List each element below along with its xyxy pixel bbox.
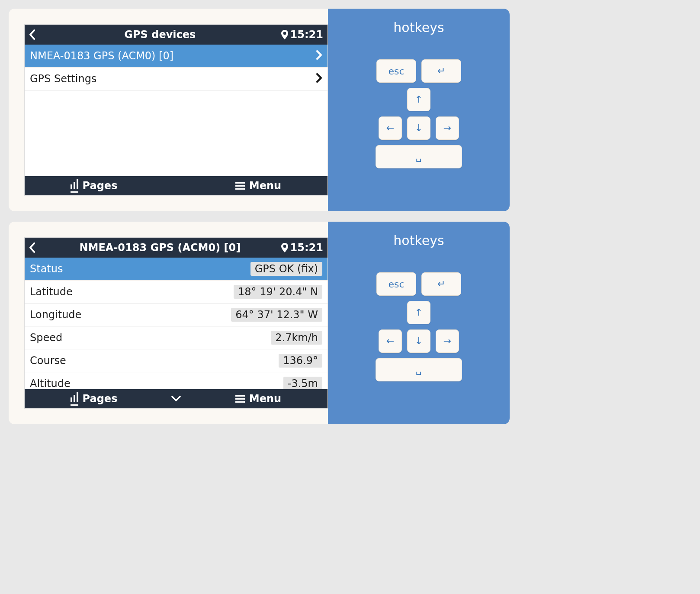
list-item[interactable]: NMEA-0183 GPS (ACM0) [0] — [25, 45, 328, 68]
arrow-up-icon: ↑ — [415, 308, 423, 317]
list-item-value: GPS OK (fix) — [250, 262, 322, 276]
list-item-label: Longitude — [30, 309, 81, 321]
pages-button[interactable]: Pages — [25, 392, 163, 406]
hotkeys-title: hotkeys — [393, 233, 444, 248]
enter-key[interactable]: ↵ — [421, 59, 461, 83]
list-item-label: Latitude — [30, 286, 73, 298]
page-title: NMEA-0183 GPS (ACM0) [0] — [39, 242, 281, 254]
scroll-down-indicator[interactable] — [163, 396, 189, 402]
arrow-left-icon: ← — [386, 123, 394, 133]
pages-button[interactable]: Pages — [25, 179, 163, 193]
esc-key[interactable]: esc — [376, 272, 416, 296]
clock-text: 15:21 — [290, 242, 323, 254]
left-key[interactable]: ← — [379, 116, 402, 140]
gps-pin-icon — [281, 29, 289, 40]
panel-gps-devices: GPS devices 15:21 NMEA-0183 GPS (ACM0) [… — [9, 9, 510, 211]
list-item-label: Course — [30, 355, 66, 367]
chevron-left-icon — [29, 242, 36, 253]
hotkeys-panel: hotkeys esc ↵ ↑ ← ↓ → ␣ — [328, 222, 510, 424]
clock-text: 15:21 — [290, 29, 323, 41]
list-item[interactable]: Status GPS OK (fix) — [25, 258, 328, 281]
list-item-value: 136.9° — [279, 354, 322, 368]
list-item-value: -3.5m — [283, 377, 322, 389]
list-item[interactable]: Latitude 18° 19' 20.4" N — [25, 281, 328, 303]
space-key[interactable]: ␣ — [376, 145, 462, 168]
hotkeys-panel: hotkeys esc ↵ ↑ ← ↓ → ␣ — [328, 9, 510, 211]
right-key[interactable]: → — [436, 329, 459, 353]
back-button[interactable] — [29, 242, 39, 253]
titlebar: NMEA-0183 GPS (ACM0) [0] 15:21 — [25, 238, 328, 258]
barchart-icon — [71, 392, 78, 406]
down-key[interactable]: ↓ — [407, 329, 430, 353]
list-item-label: Altitude — [30, 378, 71, 389]
enter-key[interactable]: ↵ — [421, 272, 461, 296]
chevron-left-icon — [29, 29, 36, 40]
device-screen: NMEA-0183 GPS (ACM0) [0] 15:21 Status GP… — [24, 237, 328, 409]
menu-button[interactable]: Menu — [189, 393, 328, 405]
clock-area: 15:21 — [281, 242, 323, 254]
esc-key[interactable]: esc — [376, 59, 416, 83]
bottom-bar: Pages Menu — [25, 389, 328, 408]
back-button[interactable] — [29, 29, 39, 40]
settings-list: NMEA-0183 GPS (ACM0) [0] GPS Settings — [25, 45, 328, 176]
arrow-left-icon: ← — [386, 336, 394, 346]
bottom-bar: Pages Menu — [25, 176, 328, 195]
right-key[interactable]: → — [436, 116, 459, 140]
barchart-icon — [71, 179, 78, 193]
arrow-down-icon: ↓ — [415, 336, 423, 346]
space-key[interactable]: ␣ — [376, 358, 462, 381]
panel-gps-detail: NMEA-0183 GPS (ACM0) [0] 15:21 Status GP… — [9, 222, 510, 424]
list-item[interactable]: Speed 2.7km/h — [25, 326, 328, 349]
device-screen: GPS devices 15:21 NMEA-0183 GPS (ACM0) [… — [24, 24, 328, 196]
titlebar: GPS devices 15:21 — [25, 25, 328, 45]
list-item-label: Speed — [30, 332, 62, 344]
list-item-label: GPS Settings — [30, 73, 96, 85]
space-icon: ␣ — [416, 365, 422, 374]
menu-button[interactable]: Menu — [189, 180, 328, 192]
menu-label: Menu — [249, 393, 281, 405]
menu-label: Menu — [249, 180, 281, 192]
page-title: GPS devices — [39, 29, 281, 41]
device-screen-wrapper: GPS devices 15:21 NMEA-0183 GPS (ACM0) [… — [9, 9, 328, 211]
arrow-right-icon: → — [443, 123, 451, 133]
list-item-label: Status — [30, 263, 63, 275]
list-item[interactable]: Altitude -3.5m — [25, 372, 328, 389]
hotkeys-title: hotkeys — [393, 20, 444, 35]
hamburger-icon — [235, 182, 245, 190]
pages-label: Pages — [83, 180, 118, 192]
list-item-value: 2.7km/h — [271, 331, 322, 345]
svg-point-0 — [283, 32, 286, 35]
arrow-down-icon: ↓ — [415, 123, 423, 133]
hamburger-icon — [235, 395, 245, 403]
list-item[interactable]: GPS Settings — [25, 68, 328, 90]
up-key[interactable]: ↑ — [407, 88, 430, 111]
chevron-down-icon — [171, 396, 181, 402]
arrow-up-icon: ↑ — [415, 95, 423, 104]
list-item[interactable]: Course 136.9° — [25, 349, 328, 372]
chevron-right-icon — [316, 73, 322, 85]
space-icon: ␣ — [416, 152, 422, 161]
up-key[interactable]: ↑ — [407, 301, 430, 324]
svg-point-1 — [283, 245, 286, 248]
left-key[interactable]: ← — [379, 329, 402, 353]
chevron-right-icon — [316, 50, 322, 62]
gps-pin-icon — [281, 242, 289, 253]
list-item-value: 64° 37' 12.3" W — [231, 308, 322, 322]
pages-label: Pages — [83, 393, 118, 405]
arrow-right-icon: → — [443, 336, 451, 346]
return-icon: ↵ — [437, 279, 445, 289]
list-item[interactable]: Longitude 64° 37' 12.3" W — [25, 303, 328, 326]
settings-list: Status GPS OK (fix) Latitude 18° 19' 20.… — [25, 258, 328, 389]
clock-area: 15:21 — [281, 29, 323, 41]
list-item-value: 18° 19' 20.4" N — [234, 285, 322, 299]
device-screen-wrapper: NMEA-0183 GPS (ACM0) [0] 15:21 Status GP… — [9, 222, 328, 424]
list-item-label: NMEA-0183 GPS (ACM0) [0] — [30, 50, 173, 62]
down-key[interactable]: ↓ — [407, 116, 430, 140]
return-icon: ↵ — [437, 66, 445, 76]
